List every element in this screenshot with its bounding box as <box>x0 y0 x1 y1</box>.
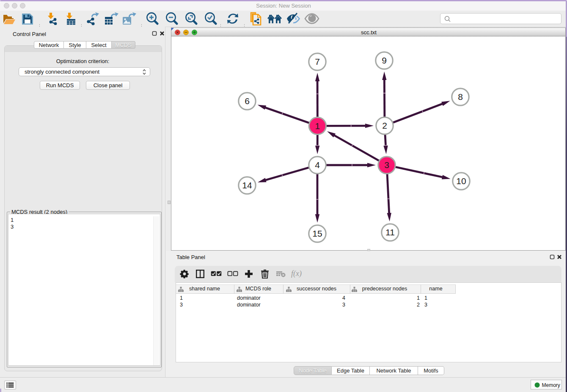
svg-text:6: 6 <box>245 96 250 106</box>
svg-text:9: 9 <box>382 55 387 65</box>
svg-text:10: 10 <box>456 176 466 186</box>
svg-text:4: 4 <box>315 160 320 170</box>
svg-text:8: 8 <box>458 92 463 102</box>
svg-text:2: 2 <box>382 121 387 130</box>
svg-text:1: 1 <box>315 121 320 131</box>
svg-text:7: 7 <box>315 57 320 66</box>
svg-text:3: 3 <box>384 160 389 170</box>
svg-text:15: 15 <box>312 229 322 238</box>
svg-text:14: 14 <box>242 180 252 190</box>
svg-text:11: 11 <box>385 227 395 237</box>
